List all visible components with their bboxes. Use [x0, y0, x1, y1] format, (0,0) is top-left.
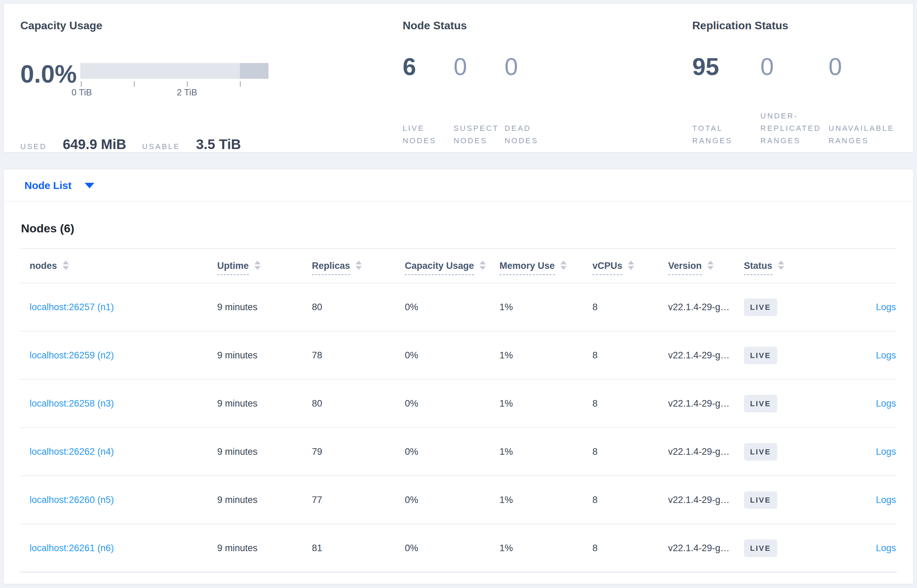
column-header-logs	[827, 249, 897, 283]
node-link[interactable]: localhost:26257 (n1)	[30, 302, 114, 312]
replication-status-section: Replication Status 95 TOTAL RANGES 0 UND…	[692, 19, 897, 152]
column-header-memory_use[interactable]: Memory Use	[499, 249, 592, 283]
capacity-bar-track	[80, 63, 268, 79]
node-link[interactable]: localhost:26262 (n4)	[30, 446, 114, 457]
live-nodes-label: LIVE NODES	[403, 122, 444, 152]
cell-capacity_usage: 0%	[405, 476, 499, 524]
cell-memory_use: 1%	[499, 524, 592, 572]
node-status-section: Node Status 6 LIVE NODES 0 SUSPECT NODES…	[403, 19, 692, 152]
unavailable-ranges-label: UNAVAILABLE RANGES	[828, 122, 887, 152]
sort-arrows-icon[interactable]	[628, 261, 634, 270]
cell-status: LIVE	[744, 380, 827, 428]
capacity-bar: 0 TiB 2 TiB	[80, 61, 268, 98]
column-header-uptime[interactable]: Uptime	[217, 249, 312, 283]
cell-status: LIVE	[744, 331, 827, 380]
cell-capacity_usage: 0%	[405, 283, 499, 331]
usable-label: USABLE	[142, 141, 180, 153]
node-status-title: Node Status	[403, 19, 692, 32]
logs-link[interactable]: Logs	[876, 302, 896, 312]
cell-node: localhost:26258 (n3)	[20, 380, 217, 428]
sort-arrows-icon[interactable]	[479, 261, 486, 270]
column-header-capacity_usage[interactable]: Capacity Usage	[405, 249, 499, 283]
cell-capacity_usage: 0%	[405, 428, 499, 476]
logs-link[interactable]: Logs	[876, 495, 896, 505]
tick-label: 2 TiB	[177, 87, 197, 98]
cell-memory_use: 1%	[499, 476, 592, 524]
cell-uptime: 9 minutes	[217, 283, 312, 331]
sort-arrows-icon[interactable]	[778, 261, 784, 270]
cell-node: localhost:26260 (n5)	[20, 476, 217, 524]
sort-arrows-icon[interactable]	[355, 261, 362, 270]
column-header-status[interactable]: Status	[744, 249, 827, 283]
nodes-table-title: Nodes (6)	[21, 222, 897, 235]
cell-vcpus: 8	[592, 331, 668, 380]
cell-version: v22.1.4-29-g…	[668, 428, 744, 476]
used-value: 649.9 MiB	[63, 137, 126, 152]
cell-logs: Logs	[827, 476, 897, 524]
column-header-vcpus[interactable]: vCPUs	[592, 249, 668, 283]
sort-arrows-icon[interactable]	[254, 261, 261, 270]
cell-replicas: 78	[312, 331, 405, 380]
node-link[interactable]: localhost:26261 (n6)	[30, 543, 114, 553]
cell-status: LIVE	[744, 428, 827, 476]
cell-replicas: 80	[312, 283, 405, 331]
tick-mark	[187, 81, 187, 87]
logs-link[interactable]: Logs	[876, 446, 896, 457]
column-header-replicas[interactable]: Replicas	[312, 249, 405, 283]
status-badge: LIVE	[744, 299, 777, 316]
cell-uptime: 9 minutes	[217, 476, 312, 524]
under-replicated-ranges-stat: 0 UNDER-REPLICATED RANGES	[760, 55, 828, 152]
under-replicated-ranges-label: UNDER-REPLICATED RANGES	[760, 110, 819, 152]
sort-arrows-icon[interactable]	[707, 261, 714, 270]
column-header-version[interactable]: Version	[668, 249, 744, 283]
cell-memory_use: 1%	[499, 380, 592, 428]
node-table-row: localhost:26262 (n4)9 minutes790%1%8v22.…	[20, 428, 897, 476]
node-link[interactable]: localhost:26259 (n2)	[30, 350, 114, 360]
logs-link[interactable]: Logs	[876, 543, 896, 553]
tick-label: 0 TiB	[72, 87, 92, 98]
node-table-row: localhost:26258 (n3)9 minutes800%1%8v22.…	[20, 380, 897, 428]
column-label: Version	[668, 261, 702, 275]
logs-link[interactable]: Logs	[876, 398, 896, 409]
capacity-usage-section: Capacity Usage 0.0% 0 TiB 2 TiB	[20, 19, 403, 152]
node-link[interactable]: localhost:26258 (n3)	[30, 398, 114, 409]
status-badge: LIVE	[744, 491, 777, 509]
replication-status-title: Replication Status	[692, 19, 897, 32]
suspect-nodes-stat: 0 SUSPECT NODES	[454, 55, 505, 152]
logs-link[interactable]: Logs	[876, 350, 896, 360]
node-list-dropdown[interactable]: Node List	[4, 170, 913, 202]
sort-arrows-icon[interactable]	[560, 261, 567, 270]
sort-arrows-icon[interactable]	[63, 261, 69, 270]
unavailable-ranges-stat: 0 UNAVAILABLE RANGES	[828, 55, 897, 152]
cell-replicas: 79	[312, 428, 405, 476]
cell-version: v22.1.4-29-g…	[668, 331, 744, 380]
node-table-row: localhost:26257 (n1)9 minutes800%1%8v22.…	[20, 283, 897, 331]
cell-vcpus: 8	[592, 380, 668, 428]
dead-nodes-stat: 0 DEAD NODES	[505, 55, 555, 152]
column-label: Uptime	[217, 261, 249, 275]
tick-mark	[240, 81, 241, 87]
capacity-bar-tick-labels: 0 TiB 2 TiB	[80, 87, 268, 98]
status-badge: LIVE	[744, 347, 777, 364]
under-replicated-ranges-value: 0	[760, 55, 819, 79]
cell-version: v22.1.4-29-g…	[668, 283, 744, 331]
column-header-node[interactable]: nodes	[20, 249, 217, 283]
tick-mark	[81, 81, 82, 87]
total-ranges-label: TOTAL RANGES	[692, 122, 751, 152]
column-label: Replicas	[312, 261, 350, 275]
node-link[interactable]: localhost:26260 (n5)	[30, 495, 114, 505]
cell-logs: Logs	[827, 524, 897, 572]
nodes-card: Node List Nodes (6) nodesUptimeReplicasC…	[3, 169, 914, 584]
live-nodes-value: 6	[403, 55, 444, 79]
dead-nodes-label: DEAD NODES	[505, 122, 546, 152]
status-badge: LIVE	[744, 540, 777, 557]
unavailable-ranges-value: 0	[828, 55, 887, 79]
cell-node: localhost:26261 (n6)	[20, 524, 217, 572]
cell-capacity_usage: 0%	[405, 524, 499, 572]
node-table-row: localhost:26261 (n6)9 minutes810%1%8v22.…	[20, 524, 897, 572]
cell-uptime: 9 minutes	[217, 380, 312, 428]
cell-vcpus: 8	[592, 283, 668, 331]
cell-capacity_usage: 0%	[405, 380, 499, 428]
node-list-dropdown-label: Node List	[24, 180, 72, 191]
total-ranges-stat: 95 TOTAL RANGES	[692, 55, 760, 152]
